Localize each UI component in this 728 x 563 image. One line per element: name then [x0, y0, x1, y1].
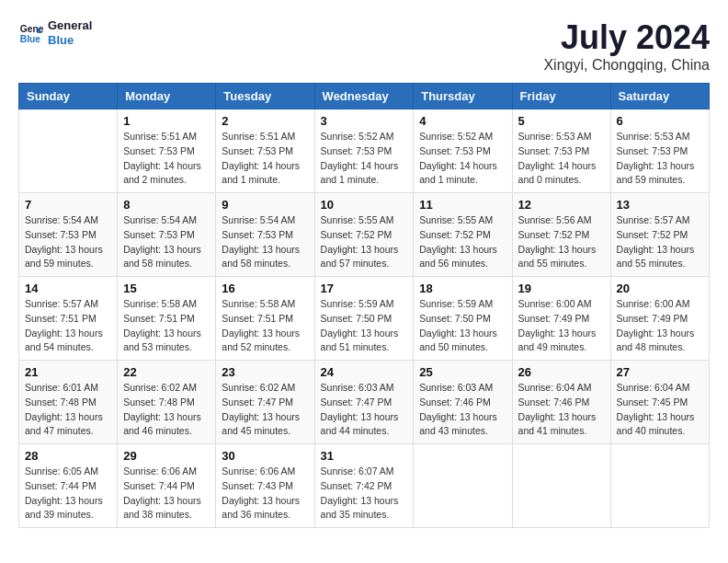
col-header-saturday: Saturday	[610, 84, 709, 109]
day-info: Sunrise: 5:57 AMSunset: 7:51 PMDaylight:…	[25, 297, 111, 355]
day-number: 13	[617, 198, 703, 212]
logo-line2: Blue	[48, 33, 92, 48]
calendar-cell: 5Sunrise: 5:53 AMSunset: 7:53 PMDaylight…	[512, 109, 610, 193]
day-info: Sunrise: 5:57 AMSunset: 7:52 PMDaylight:…	[617, 213, 703, 271]
day-info: Sunrise: 6:00 AMSunset: 7:49 PMDaylight:…	[518, 297, 605, 355]
day-info: Sunrise: 5:55 AMSunset: 7:52 PMDaylight:…	[321, 213, 408, 271]
day-info: Sunrise: 5:52 AMSunset: 7:53 PMDaylight:…	[419, 130, 506, 188]
col-header-tuesday: Tuesday	[216, 84, 314, 109]
calendar-cell: 17Sunrise: 5:59 AMSunset: 7:50 PMDayligh…	[314, 277, 414, 361]
day-number: 30	[222, 449, 308, 463]
week-row-1: 1Sunrise: 5:51 AMSunset: 7:53 PMDaylight…	[19, 109, 710, 193]
day-number: 10	[321, 198, 408, 212]
day-number: 8	[123, 198, 210, 212]
title-area: July 2024 Xingyi, Chongqing, China	[543, 18, 710, 74]
calendar-cell: 14Sunrise: 5:57 AMSunset: 7:51 PMDayligh…	[19, 277, 118, 361]
col-header-thursday: Thursday	[414, 84, 512, 109]
day-info: Sunrise: 6:02 AMSunset: 7:47 PMDaylight:…	[222, 381, 308, 439]
col-header-monday: Monday	[118, 84, 216, 109]
calendar-cell: 4Sunrise: 5:52 AMSunset: 7:53 PMDaylight…	[414, 109, 512, 193]
day-info: Sunrise: 6:03 AMSunset: 7:47 PMDaylight:…	[321, 381, 408, 439]
day-info: Sunrise: 5:54 AMSunset: 7:53 PMDaylight:…	[123, 213, 210, 271]
day-info: Sunrise: 6:04 AMSunset: 7:45 PMDaylight:…	[617, 381, 703, 439]
day-number: 17	[321, 282, 408, 295]
logo: General Blue General Blue	[18, 18, 92, 47]
day-number: 12	[518, 198, 605, 212]
col-header-wednesday: Wednesday	[314, 84, 414, 109]
day-info: Sunrise: 6:06 AMSunset: 7:44 PMDaylight:…	[123, 465, 210, 523]
calendar-cell: 9Sunrise: 5:54 AMSunset: 7:53 PMDaylight…	[216, 193, 314, 277]
day-info: Sunrise: 5:53 AMSunset: 7:53 PMDaylight:…	[617, 130, 703, 188]
calendar-cell: 23Sunrise: 6:02 AMSunset: 7:47 PMDayligh…	[216, 361, 314, 444]
day-info: Sunrise: 6:04 AMSunset: 7:46 PMDaylight:…	[518, 381, 605, 439]
day-number: 21	[25, 365, 111, 379]
week-row-5: 28Sunrise: 6:05 AMSunset: 7:44 PMDayligh…	[19, 444, 710, 528]
day-info: Sunrise: 5:55 AMSunset: 7:52 PMDaylight:…	[419, 213, 506, 271]
day-info: Sunrise: 6:06 AMSunset: 7:43 PMDaylight:…	[222, 465, 308, 523]
svg-text:Blue: Blue	[20, 34, 41, 44]
day-info: Sunrise: 6:05 AMSunset: 7:44 PMDaylight:…	[25, 465, 111, 523]
calendar-cell	[19, 109, 118, 193]
day-info: Sunrise: 5:52 AMSunset: 7:53 PMDaylight:…	[321, 130, 408, 188]
calendar-cell: 31Sunrise: 6:07 AMSunset: 7:42 PMDayligh…	[314, 444, 414, 528]
calendar-cell: 26Sunrise: 6:04 AMSunset: 7:46 PMDayligh…	[512, 361, 610, 444]
week-row-3: 14Sunrise: 5:57 AMSunset: 7:51 PMDayligh…	[19, 277, 710, 361]
calendar-cell: 21Sunrise: 6:01 AMSunset: 7:48 PMDayligh…	[19, 361, 118, 444]
day-info: Sunrise: 5:59 AMSunset: 7:50 PMDaylight:…	[321, 297, 408, 355]
calendar-cell: 20Sunrise: 6:00 AMSunset: 7:49 PMDayligh…	[610, 277, 709, 361]
calendar-cell: 3Sunrise: 5:52 AMSunset: 7:53 PMDaylight…	[314, 109, 414, 193]
day-number: 4	[419, 114, 506, 128]
calendar-cell: 22Sunrise: 6:02 AMSunset: 7:48 PMDayligh…	[118, 361, 216, 444]
calendar-cell: 18Sunrise: 5:59 AMSunset: 7:50 PMDayligh…	[414, 277, 512, 361]
day-number: 15	[123, 282, 210, 295]
calendar-cell: 8Sunrise: 5:54 AMSunset: 7:53 PMDaylight…	[118, 193, 216, 277]
calendar-cell: 29Sunrise: 6:06 AMSunset: 7:44 PMDayligh…	[118, 444, 216, 528]
day-number: 9	[222, 198, 308, 212]
day-info: Sunrise: 6:00 AMSunset: 7:49 PMDaylight:…	[617, 297, 703, 355]
day-info: Sunrise: 5:59 AMSunset: 7:50 PMDaylight:…	[419, 297, 506, 355]
header: General Blue General Blue July 2024 Xing…	[18, 18, 710, 74]
calendar-cell: 30Sunrise: 6:06 AMSunset: 7:43 PMDayligh…	[216, 444, 314, 528]
day-info: Sunrise: 5:54 AMSunset: 7:53 PMDaylight:…	[25, 213, 111, 271]
day-number: 20	[617, 282, 703, 295]
day-number: 24	[321, 365, 408, 379]
day-info: Sunrise: 5:58 AMSunset: 7:51 PMDaylight:…	[222, 297, 308, 355]
calendar-cell: 25Sunrise: 6:03 AMSunset: 7:46 PMDayligh…	[414, 361, 512, 444]
calendar-cell: 2Sunrise: 5:51 AMSunset: 7:53 PMDaylight…	[216, 109, 314, 193]
day-number: 27	[617, 365, 703, 379]
day-number: 7	[25, 198, 111, 212]
week-row-4: 21Sunrise: 6:01 AMSunset: 7:48 PMDayligh…	[19, 361, 710, 444]
logo-icon: General Blue	[18, 20, 44, 46]
day-number: 16	[222, 282, 308, 295]
calendar-cell: 28Sunrise: 6:05 AMSunset: 7:44 PMDayligh…	[19, 444, 118, 528]
day-number: 14	[25, 282, 111, 295]
calendar-cell: 15Sunrise: 5:58 AMSunset: 7:51 PMDayligh…	[118, 277, 216, 361]
calendar-cell: 27Sunrise: 6:04 AMSunset: 7:45 PMDayligh…	[610, 361, 709, 444]
day-number: 23	[222, 365, 308, 379]
logo-line1: General	[48, 18, 92, 33]
day-info: Sunrise: 6:02 AMSunset: 7:48 PMDaylight:…	[123, 381, 210, 439]
calendar: SundayMondayTuesdayWednesdayThursdayFrid…	[18, 83, 710, 528]
calendar-cell: 6Sunrise: 5:53 AMSunset: 7:53 PMDaylight…	[610, 109, 709, 193]
calendar-cell: 13Sunrise: 5:57 AMSunset: 7:52 PMDayligh…	[610, 193, 709, 277]
day-number: 31	[321, 449, 408, 463]
day-info: Sunrise: 5:51 AMSunset: 7:53 PMDaylight:…	[222, 130, 308, 188]
day-number: 5	[518, 114, 605, 128]
day-info: Sunrise: 5:51 AMSunset: 7:53 PMDaylight:…	[123, 130, 210, 188]
day-number: 11	[419, 198, 506, 212]
day-number: 6	[617, 114, 703, 128]
calendar-cell	[512, 444, 610, 528]
day-number: 18	[419, 282, 506, 295]
col-header-friday: Friday	[512, 84, 610, 109]
day-info: Sunrise: 5:53 AMSunset: 7:53 PMDaylight:…	[518, 130, 605, 188]
calendar-header-row: SundayMondayTuesdayWednesdayThursdayFrid…	[19, 84, 710, 109]
calendar-cell: 16Sunrise: 5:58 AMSunset: 7:51 PMDayligh…	[216, 277, 314, 361]
calendar-cell	[414, 444, 512, 528]
day-number: 28	[25, 449, 111, 463]
main-title: July 2024	[543, 18, 710, 57]
day-number: 25	[419, 365, 506, 379]
calendar-cell: 11Sunrise: 5:55 AMSunset: 7:52 PMDayligh…	[414, 193, 512, 277]
day-info: Sunrise: 6:03 AMSunset: 7:46 PMDaylight:…	[419, 381, 506, 439]
day-info: Sunrise: 5:58 AMSunset: 7:51 PMDaylight:…	[123, 297, 210, 355]
day-number: 22	[123, 365, 210, 379]
